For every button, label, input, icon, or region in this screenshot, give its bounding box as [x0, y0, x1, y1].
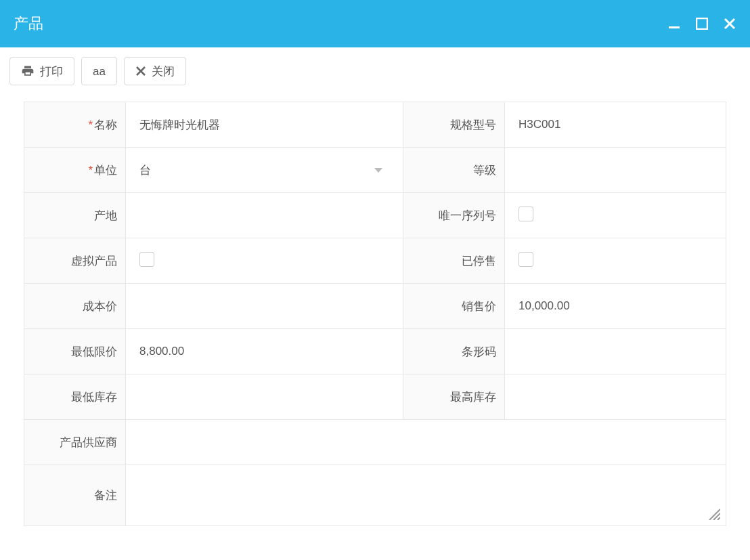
window-title: 产品 [14, 14, 43, 34]
aa-label: aa [93, 66, 106, 77]
barcode-input[interactable] [505, 329, 726, 374]
cost-label: 成本价 [24, 284, 126, 329]
spec-input[interactable]: H3C001 [505, 102, 726, 148]
remarks-textarea[interactable] [126, 465, 726, 526]
spec-label: 规格型号 [403, 102, 505, 148]
close-label: 关闭 [152, 66, 175, 77]
checkbox-icon [519, 252, 533, 267]
minprice-input[interactable]: 8,800.00 [126, 329, 403, 374]
origin-label: 产地 [24, 193, 126, 238]
serial-label: 唯一序列号 [403, 193, 505, 238]
form-table: *名称 无悔牌时光机器 规格型号 H3C001 *单位 台 等级 产地 唯一序列… [24, 102, 726, 526]
sale-label: 销售价 [403, 284, 505, 329]
window-controls [667, 17, 736, 30]
maximize-icon[interactable] [696, 18, 708, 30]
svg-rect-1 [697, 18, 707, 29]
minimize-icon[interactable] [667, 17, 681, 30]
toolbar: 打印 aa 关闭 [0, 47, 750, 95]
maxstock-input[interactable] [505, 374, 726, 420]
product-form: *名称 无悔牌时光机器 规格型号 H3C001 *单位 台 等级 产地 唯一序列… [0, 95, 750, 526]
virtual-checkbox[interactable] [126, 238, 403, 284]
virtual-label: 虚拟产品 [24, 238, 126, 284]
unit-label: *单位 [24, 148, 126, 193]
print-label: 打印 [40, 66, 63, 77]
grade-label: 等级 [403, 148, 505, 193]
maxstock-label: 最高库存 [403, 374, 505, 420]
name-input[interactable]: 无悔牌时光机器 [126, 102, 403, 148]
grade-input[interactable] [505, 148, 726, 193]
origin-input[interactable] [126, 193, 403, 238]
sale-input[interactable]: 10,000.00 [505, 284, 726, 329]
printer-icon [21, 64, 35, 78]
remarks-label: 备注 [24, 465, 126, 526]
chevron-down-icon [374, 168, 382, 173]
close-window-icon[interactable] [723, 17, 736, 30]
print-button[interactable]: 打印 [9, 57, 74, 85]
unit-select[interactable]: 台 [126, 148, 403, 193]
resize-handle-icon[interactable] [707, 507, 720, 520]
supplier-label: 产品供应商 [24, 420, 126, 465]
minstock-input[interactable] [126, 374, 403, 420]
checkbox-icon [519, 207, 533, 221]
discontinued-label: 已停售 [403, 238, 505, 284]
name-label: *名称 [24, 102, 126, 148]
close-button[interactable]: 关闭 [124, 57, 186, 85]
barcode-label: 条形码 [403, 329, 505, 374]
checkbox-icon [139, 252, 154, 267]
svg-rect-0 [669, 26, 680, 28]
discontinued-checkbox[interactable] [505, 238, 726, 284]
supplier-input[interactable] [126, 420, 726, 465]
serial-checkbox[interactable] [505, 193, 726, 238]
cost-input[interactable] [126, 284, 403, 329]
minstock-label: 最低库存 [24, 374, 126, 420]
minprice-label: 最低限价 [24, 329, 126, 374]
close-icon [135, 66, 146, 77]
aa-button[interactable]: aa [81, 57, 117, 85]
svg-line-8 [718, 517, 720, 520]
titlebar: 产品 [0, 0, 750, 47]
